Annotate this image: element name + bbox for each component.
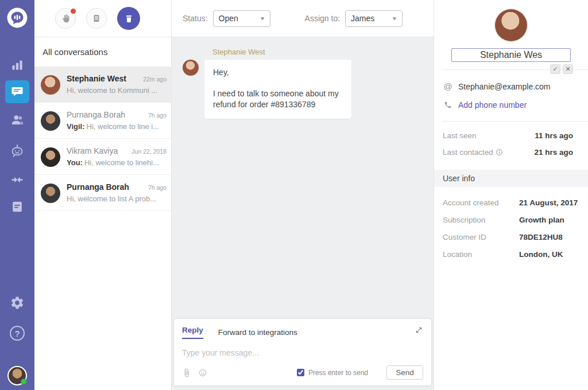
sidebar-item-bot[interactable] xyxy=(9,143,25,159)
app-window: ? All conversations S xyxy=(0,0,588,390)
add-phone-link[interactable]: Add phone number xyxy=(458,100,527,110)
conversation-item[interactable]: Purnanga Borah 7h ago Hi, welcome to lis… xyxy=(34,175,171,211)
avatar xyxy=(41,184,60,203)
sidebar-item-settings[interactable] xyxy=(10,295,25,310)
conversation-preview: You:Hi, welcome to linehi... xyxy=(67,158,167,167)
cancel-name-button[interactable]: ✕ xyxy=(563,64,573,74)
avatar xyxy=(41,111,60,131)
user-info-details: Account created 21 August, 2017 Subscrip… xyxy=(434,187,588,263)
chat-toolbar: Status: Open ▼ Assign to: James ▼ xyxy=(172,0,434,37)
profile-name-input[interactable] xyxy=(451,48,571,62)
conversation-time: 22m ago xyxy=(143,76,167,83)
chat-icon xyxy=(10,85,24,99)
detail-label: Customer ID xyxy=(443,233,519,241)
conversation-item[interactable]: Stephanie West 22m ago Hi, welcome to Ko… xyxy=(34,67,171,103)
email-row: @ Stephanie@example.com xyxy=(434,77,588,96)
sidebar-item-help[interactable]: ? xyxy=(10,326,25,341)
conversation-item[interactable]: Vikram Kaviya Jun 22, 2018 You:Hi, welco… xyxy=(34,139,171,175)
message-sender-name: Stephanie West xyxy=(212,48,351,56)
message-area: Stephanie West Hey, I need to talk to so… xyxy=(172,37,434,390)
assign-dropdown[interactable]: James ▼ xyxy=(345,10,403,27)
last-seen-label: Last seen xyxy=(443,131,477,140)
message-line: I need to talk to someone about my refun… xyxy=(213,88,343,110)
chevron-down-icon: ▼ xyxy=(259,16,265,21)
trash-icon xyxy=(123,13,134,24)
phone-icon xyxy=(443,101,452,109)
message-input[interactable] xyxy=(182,348,423,357)
attachment-icon[interactable] xyxy=(182,368,191,377)
detail-value: 21 August, 2017 xyxy=(519,198,578,207)
detail-label: Account created xyxy=(443,198,519,207)
status-value: Open xyxy=(219,14,260,23)
last-seen-value: 11 hrs ago xyxy=(535,131,573,140)
press-enter-checkbox[interactable] xyxy=(297,369,304,376)
question-icon: ? xyxy=(10,326,25,341)
detail-value: 78DE12HU8 xyxy=(519,233,563,241)
avatar xyxy=(7,366,27,385)
status-dropdown[interactable]: Open ▼ xyxy=(213,10,270,27)
sidebar-item-integrations[interactable] xyxy=(10,172,25,188)
at-icon: @ xyxy=(443,81,452,91)
detail-row: Account created 21 August, 2017 xyxy=(434,194,588,211)
detail-row: Subscription Growth plan xyxy=(434,211,588,228)
conversation-name: Purnanga Borah xyxy=(67,182,129,192)
tab-forward-to-integrations[interactable]: Forward to integrations xyxy=(218,328,297,337)
conversation-preview: Hi, welcome to list A prob... xyxy=(67,194,167,203)
conversation-time: Jun 22, 2018 xyxy=(131,148,167,155)
online-status-dot xyxy=(21,379,27,385)
composer-tabs: Reply Forward to integrations xyxy=(182,326,423,339)
message-group: Stephanie West Hey, I need to talk to so… xyxy=(183,48,351,119)
conversation-time: 7h ago xyxy=(148,184,167,191)
resolved-filter-button[interactable] xyxy=(117,7,140,30)
detail-row: Customer ID 78DE12HU8 xyxy=(434,228,588,245)
conversation-preview: Vigil:Hi, welcome to line i... xyxy=(67,122,167,131)
profile-panel: ✓ ✕ @ Stephanie@example.com Add phone nu… xyxy=(434,0,588,390)
close-icon: ✕ xyxy=(565,65,570,73)
status-label: Status: xyxy=(183,14,208,23)
detail-value: London, UK xyxy=(519,250,563,259)
message-line: Hey, xyxy=(213,67,343,78)
last-contacted-label: Last contacted xyxy=(443,148,493,157)
detail-value: Growth plan xyxy=(519,216,564,224)
waiting-queue-button[interactable] xyxy=(55,8,76,29)
app-logo-icon xyxy=(6,7,28,29)
sidebar-item-dashboard[interactable] xyxy=(10,57,25,72)
last-contacted-value: 21 hrs ago xyxy=(534,148,573,157)
emoji-icon[interactable] xyxy=(198,368,207,377)
notes-icon xyxy=(91,13,102,24)
sidebar-user-avatar[interactable] xyxy=(7,366,27,385)
composer-bottom-bar: Press enter to send Send xyxy=(182,365,423,380)
sidebar: ? xyxy=(0,0,34,390)
sidebar-item-conversations[interactable] xyxy=(5,80,29,103)
info-icon[interactable] xyxy=(496,149,503,156)
expand-icon[interactable] xyxy=(415,326,423,337)
sidebar-item-contacts[interactable] xyxy=(10,112,25,128)
conversation-preview: Hi, welcome to Kommuni ... xyxy=(67,86,167,95)
last-contacted-row: Last contacted 21 hrs ago xyxy=(434,144,588,161)
hand-icon xyxy=(60,13,71,24)
profile-avatar xyxy=(495,9,527,41)
conversation-name: Stephanie West xyxy=(67,74,126,83)
profile-email: Stephanie@example.com xyxy=(458,82,551,91)
confirm-name-button[interactable]: ✓ xyxy=(550,64,560,74)
press-enter-label: Press enter to send xyxy=(308,369,368,377)
notes-button[interactable] xyxy=(86,8,107,29)
tab-reply[interactable]: Reply xyxy=(182,326,203,339)
conversations-panel: All conversations Stephanie West 22m ago… xyxy=(34,0,172,390)
check-icon: ✓ xyxy=(552,65,558,73)
gear-icon xyxy=(10,295,25,310)
conversation-name: Purnanga Borah xyxy=(67,110,125,119)
conversation-item[interactable]: Purnanga Borah 7h ago Vigil:Hi, welcome … xyxy=(34,103,171,139)
assign-value: James xyxy=(351,14,392,23)
assign-label: Assign to: xyxy=(305,14,340,23)
notification-dot xyxy=(70,8,76,14)
question-glyph: ? xyxy=(14,329,20,338)
divider xyxy=(442,121,588,122)
conversations-title: All conversations xyxy=(34,37,171,67)
sidebar-item-helpcenter[interactable] xyxy=(10,200,25,214)
last-seen-row: Last seen 11 hrs ago xyxy=(434,127,588,144)
avatar xyxy=(183,60,199,76)
user-info-header: User info xyxy=(434,170,588,187)
send-button[interactable]: Send xyxy=(386,365,423,380)
detail-row: Location London, UK xyxy=(434,245,588,263)
